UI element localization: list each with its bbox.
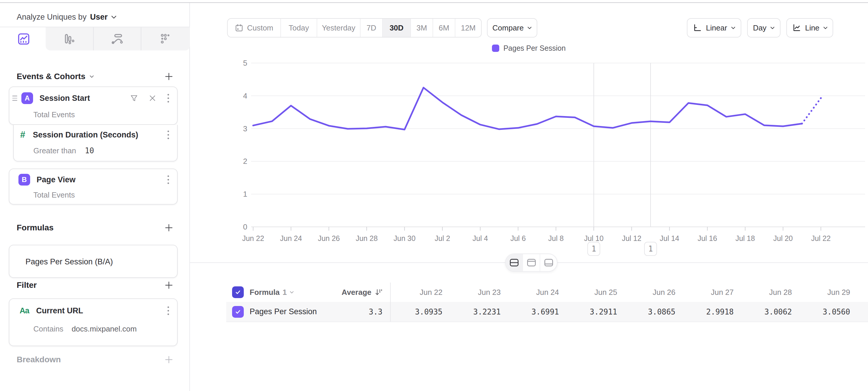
row-value: 3.0865 xyxy=(623,302,681,322)
event-letter-badge: B xyxy=(19,174,30,186)
row-value: 3.0560 xyxy=(798,302,856,322)
remove-icon[interactable] xyxy=(149,95,156,102)
svg-text:Jul 10: Jul 10 xyxy=(584,234,604,243)
chevron-down-icon xyxy=(770,27,775,29)
table-only-view-icon xyxy=(544,258,553,267)
event-aggregation[interactable]: Total Events xyxy=(33,191,75,200)
tab-funnels[interactable] xyxy=(45,27,93,50)
date-column-header: Jun 29 xyxy=(798,283,856,302)
retention-grid-icon xyxy=(159,32,172,46)
chevron-down-icon xyxy=(290,291,294,294)
filter-value[interactable]: docs.mixpanel.com xyxy=(72,325,137,334)
event-card-page-view[interactable]: B Page View Total Events xyxy=(9,169,178,204)
compare-label: Compare xyxy=(493,24,524,32)
svg-text:Jun 28: Jun 28 xyxy=(355,234,377,243)
filter-card-current-url[interactable]: Aa Current URL Contains docs.mixpanel.co… xyxy=(9,298,178,346)
series-selector[interactable]: Formula 1 xyxy=(250,288,294,297)
date-range-label: 12M xyxy=(461,24,476,32)
event-card-session-start[interactable]: A Session Start Total Events xyxy=(9,86,178,125)
row-value: 3.0935 xyxy=(390,302,448,322)
svg-text:5: 5 xyxy=(243,59,247,67)
table-column-separator xyxy=(390,283,391,322)
kebab-menu-icon[interactable] xyxy=(167,130,169,140)
add-formula-button[interactable] xyxy=(164,223,173,232)
date-column-header: Jun 26 xyxy=(623,283,681,302)
svg-text:Jul 14: Jul 14 xyxy=(660,234,679,243)
sort-descending-icon xyxy=(375,288,382,297)
header-filler xyxy=(856,283,868,302)
tab-insights[interactable] xyxy=(0,27,48,50)
condition-operator[interactable]: Greater than xyxy=(33,146,76,155)
table-row-name-cell: Pages Per Session xyxy=(226,302,331,322)
svg-text:Jul 18: Jul 18 xyxy=(736,234,755,243)
row-value: 3.2911 xyxy=(565,302,623,322)
date-column-header: Jun 27 xyxy=(681,283,740,302)
date-column-header: Jun 25 xyxy=(565,283,623,302)
kebab-menu-icon[interactable] xyxy=(167,306,169,316)
chart-type-label: Line xyxy=(805,24,819,32)
tab-retention[interactable] xyxy=(141,27,190,50)
text-property-icon: Aa xyxy=(20,306,29,315)
svg-text:0: 0 xyxy=(243,222,247,231)
formula-card[interactable]: Pages Per Session (B/A) xyxy=(9,245,178,278)
row-value: 2.9918 xyxy=(681,302,740,322)
insights-chart-icon xyxy=(17,32,30,46)
property-title[interactable]: Session Duration (Seconds) xyxy=(33,131,138,140)
insights-report-page: Analyze Uniques by User xyxy=(0,0,868,391)
chart-canvas[interactable]: 012345Jun 22Jun 24Jun 26Jun 28Jun 30Jul … xyxy=(190,32,868,264)
query-builder-sidebar: Analyze Uniques by User xyxy=(0,3,190,391)
kebab-menu-icon[interactable] xyxy=(167,175,169,185)
results-table: Formula 1 Average Jun 22 Jun 23 Jun 24 J… xyxy=(226,283,868,322)
property-card-session-duration[interactable]: # Session Duration (Seconds) Greater tha… xyxy=(13,125,178,162)
svg-text:Jul 22: Jul 22 xyxy=(811,234,831,243)
row-value: 3.2231 xyxy=(448,302,506,322)
row-series-name[interactable]: Pages Per Session xyxy=(250,307,317,316)
check-icon xyxy=(235,289,241,296)
drag-handle-icon[interactable] xyxy=(12,95,17,101)
svg-text:Jul 8: Jul 8 xyxy=(548,234,564,243)
analyze-label: Analyze Uniques by xyxy=(17,12,87,22)
chart-only-view-icon xyxy=(527,258,536,267)
formulas-title: Formulas xyxy=(17,223,54,232)
chevron-down-icon xyxy=(527,27,532,29)
analyze-value[interactable]: User xyxy=(90,12,108,22)
linear-scale-icon xyxy=(693,23,702,32)
events-cohorts-title[interactable]: Events & Cohorts xyxy=(17,72,94,81)
condition-value[interactable]: 10 xyxy=(85,146,94,155)
date-range-label: Custom xyxy=(247,24,273,32)
row-checkbox[interactable] xyxy=(232,306,244,318)
view-toggle-group xyxy=(505,254,558,272)
funnel-bars-icon xyxy=(63,32,76,46)
event-title[interactable]: Page View xyxy=(37,175,75,184)
split-view-icon xyxy=(509,258,519,267)
average-column-header[interactable]: Average xyxy=(331,283,390,302)
view-toggle-chart-only[interactable] xyxy=(522,254,540,271)
view-toggle-table-only[interactable] xyxy=(540,254,557,271)
add-event-button[interactable] xyxy=(164,72,173,81)
filter-operator[interactable]: Contains xyxy=(33,325,63,334)
filter-title: Filter xyxy=(17,280,37,290)
select-all-checkbox[interactable] xyxy=(232,286,244,298)
analyze-uniques-control[interactable]: Analyze Uniques by User xyxy=(17,11,117,23)
filter-property[interactable]: Current URL xyxy=(36,306,84,315)
tab-flows[interactable] xyxy=(93,27,141,50)
filter-icon[interactable] xyxy=(130,94,138,102)
svg-text:Jun 30: Jun 30 xyxy=(394,234,415,243)
chevron-down-icon xyxy=(90,75,94,78)
view-toggle-split[interactable] xyxy=(506,254,522,271)
chevron-down-icon xyxy=(823,27,828,29)
add-breakdown-button[interactable] xyxy=(164,355,173,364)
report-type-tabbar xyxy=(0,27,190,50)
add-filter-button[interactable] xyxy=(164,281,173,289)
row-filler xyxy=(856,302,868,322)
svg-text:2: 2 xyxy=(243,157,247,166)
chevron-down-icon xyxy=(111,16,117,19)
series-label: Formula xyxy=(250,288,280,297)
event-aggregation[interactable]: Total Events xyxy=(33,110,75,119)
event-title[interactable]: Session Start xyxy=(39,94,90,103)
svg-text:1: 1 xyxy=(648,245,653,253)
kebab-menu-icon[interactable] xyxy=(167,93,169,103)
number-property-icon: # xyxy=(20,130,25,140)
svg-text:Jul 4: Jul 4 xyxy=(473,234,488,243)
formula-name[interactable]: Pages Per Session (B/A) xyxy=(26,257,113,267)
